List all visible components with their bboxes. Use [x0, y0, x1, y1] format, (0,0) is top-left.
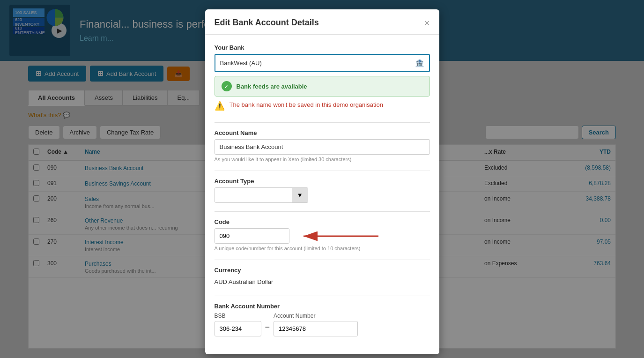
account-name-label: Account Name — [215, 129, 430, 136]
account-name-input[interactable] — [215, 139, 430, 155]
warning-text: The bank name won't be saved in this dem… — [229, 101, 383, 108]
divider — [215, 211, 430, 212]
select-arrow-icon[interactable]: ▼ — [292, 188, 308, 202]
bsb-group: BSB — [215, 313, 261, 336]
code-section: Code A unique code/number for this accou… — [215, 218, 430, 251]
bsb-label: BSB — [215, 313, 261, 319]
red-arrow-indicator — [299, 229, 383, 243]
bank-feed-check-icon: ✓ — [222, 81, 232, 91]
code-hint: A unique code/number for this account (l… — [215, 246, 430, 251]
divider — [215, 122, 430, 123]
your-bank-input[interactable] — [220, 60, 415, 67]
currency-section: Currency AUD Australian Dollar — [215, 267, 430, 287]
your-bank-label: Your Bank — [215, 44, 430, 51]
account-type-label: Account Type — [215, 178, 430, 185]
modal-body: Your Bank 🏦 ✓ Bank feeds are available ⚠… — [205, 35, 439, 354]
dash-separator: − — [265, 322, 270, 332]
account-name-hint: As you would like it to appear in Xero (… — [215, 157, 430, 162]
modal-overlay: Edit Bank Account Details × Your Bank 🏦 … — [0, 0, 644, 358]
account-name-section: Account Name As you would like it to app… — [215, 129, 430, 162]
bank-account-number-section: Bank Account Number BSB − Account Number — [215, 303, 430, 336]
account-type-select[interactable] — [215, 188, 292, 202]
modal-close-button[interactable]: × — [424, 18, 430, 28]
your-bank-section: Your Bank 🏦 ✓ Bank feeds are available ⚠… — [215, 44, 430, 114]
code-input[interactable] — [215, 228, 289, 244]
bank-icon: 🏦 — [415, 59, 424, 67]
account-number-input[interactable] — [274, 321, 358, 336]
modal-title: Edit Bank Account Details — [215, 18, 319, 28]
account-type-select-wrapper: ▼ — [215, 187, 308, 203]
warning-icon: ⚠️ — [215, 101, 225, 111]
account-type-section: Account Type ▼ — [215, 178, 430, 203]
divider — [215, 296, 430, 296]
code-row — [215, 228, 430, 244]
bsb-input[interactable] — [215, 321, 261, 336]
currency-value: AUD Australian Dollar — [215, 276, 430, 287]
bank-account-number-label: Bank Account Number — [215, 303, 430, 310]
bsb-account-row: BSB − Account Number — [215, 313, 430, 336]
account-number-group: Account Number — [274, 313, 358, 336]
divider — [215, 171, 430, 171]
modal-header: Edit Bank Account Details × — [205, 9, 439, 35]
bank-feed-banner: ✓ Bank feeds are available — [215, 76, 430, 97]
divider — [215, 260, 430, 260]
edit-bank-account-modal: Edit Bank Account Details × Your Bank 🏦 … — [205, 9, 439, 354]
currency-label: Currency — [215, 267, 430, 274]
code-label: Code — [215, 218, 430, 225]
warning-banner: ⚠️ The bank name won't be saved in this … — [215, 97, 430, 114]
your-bank-input-wrapper: 🏦 — [215, 54, 430, 72]
account-number-label: Account Number — [274, 313, 358, 319]
bank-feed-text: Bank feeds are available — [237, 83, 307, 90]
